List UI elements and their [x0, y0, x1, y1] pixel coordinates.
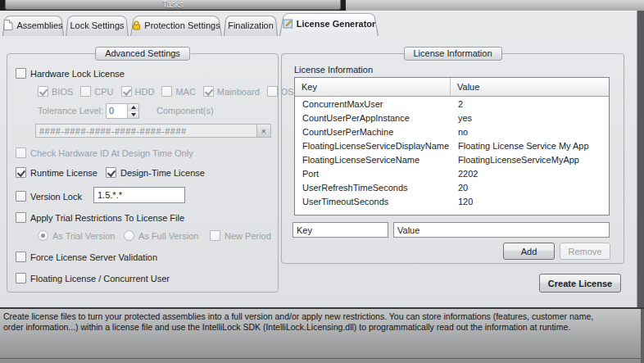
hardware-component-item: HDD [121, 86, 155, 97]
new-period-label: New Period [224, 231, 271, 241]
force-server-checkbox[interactable] [16, 252, 26, 262]
components-suffix-label: Component(s) [156, 106, 214, 116]
key-cell: UserRefreshTimeSeconds [295, 183, 451, 193]
tab-lock-settings[interactable]: Lock Settings [66, 14, 129, 36]
tasks-panel-header[interactable]: Tasks [5, 0, 341, 10]
value-cell: 20 [451, 183, 468, 193]
value-input[interactable] [393, 222, 610, 238]
license-information-table: Key Value ConcurrentMaxUser2CountUserPer… [294, 77, 610, 216]
hardware-component-item: BIOS [38, 86, 73, 97]
component-checkbox-os[interactable] [267, 86, 278, 97]
as-trial-version-row: As Trial Version [38, 230, 115, 241]
check-hw-design-time-label: Check Hardware ID At Design Time Only [30, 148, 193, 158]
key-input[interactable] [293, 222, 388, 238]
hardware-component-item: Mainboard [203, 86, 260, 97]
version-lock-label: Version Lock [30, 192, 82, 202]
check-hw-design-time-row: Check Hardware ID At Design Time Only [16, 147, 193, 158]
table-row[interactable]: FloatingLicenseServiceDisplayNameFloatin… [295, 138, 609, 152]
key-cell: FloatingLicenseServiceName [295, 155, 451, 165]
table-row[interactable]: Port2202 [295, 166, 609, 180]
hardware-component-item: CPU [80, 86, 113, 97]
component-checkbox-mac[interactable] [161, 86, 172, 97]
design-time-license-checkbox[interactable] [106, 167, 116, 178]
spin-up-button[interactable] [128, 104, 138, 111]
version-lock-input[interactable] [93, 187, 185, 203]
key-cell: FloatingLicenseServiceDisplayName [295, 141, 451, 151]
hardware-lock-license-checkbox[interactable] [16, 68, 26, 79]
table-row[interactable]: UserTimeoutSeconds120 [295, 194, 609, 208]
component-checkbox-bios[interactable] [38, 86, 48, 97]
value-cell: Floating License Service My App [451, 141, 589, 151]
design-time-license-row: Design-Time License [106, 167, 205, 178]
window-edge [637, 11, 644, 307]
hardware-component-item: MAC [161, 86, 195, 97]
floating-license-checkbox[interactable] [16, 273, 26, 284]
check-hw-design-time-checkbox[interactable] [16, 147, 26, 158]
tab-license-generator[interactable]: License Generator [279, 11, 379, 36]
column-header-key[interactable]: Key [295, 78, 451, 96]
runtime-license-row: Runtime License [16, 167, 98, 178]
add-button[interactable]: Add [503, 243, 555, 260]
tab-protection-settings[interactable]: Protection Settings [130, 14, 222, 36]
as-trial-version-label: As Trial Version [52, 231, 115, 241]
component-checkbox-hdd[interactable] [121, 86, 132, 97]
remove-button[interactable]: Remove [560, 243, 610, 260]
component-label: BIOS [52, 87, 73, 97]
pencil-icon [283, 18, 293, 29]
table-row[interactable]: ConcurrentMaxUser2 [295, 97, 609, 111]
license-generator-window: Tasks Assemblies Lock Settings Protectio… [0, 0, 644, 363]
tab-label: Protection Settings [144, 20, 220, 30]
advanced-settings-caption: Advanced Settings [95, 47, 190, 61]
component-checkbox-cpu[interactable] [80, 86, 91, 97]
key-cell: Port [295, 169, 451, 179]
tab-label: Lock Settings [70, 20, 124, 30]
table-row[interactable]: UserRefreshTimeSeconds20 [295, 180, 609, 194]
as-full-version-radio[interactable] [124, 230, 134, 241]
component-label: HDD [135, 87, 155, 97]
value-cell: yes [451, 113, 472, 123]
table-row[interactable]: CountUserPerAppInstanceyes [295, 111, 609, 125]
tolerance-level-label: Tolerance Level: [38, 106, 103, 116]
spin-down-button[interactable] [128, 111, 138, 119]
hardware-id-value[interactable]: ####-####-####-####-####-#### [36, 125, 256, 137]
table-row[interactable]: FloatingLicenseServiceNameFloatingLicens… [295, 152, 609, 166]
tolerance-level-value[interactable]: 0 [106, 103, 128, 119]
table-row[interactable]: CountUserPerMachineno [295, 125, 609, 138]
clear-icon[interactable]: × [256, 125, 270, 137]
version-lock-checkbox[interactable] [16, 191, 26, 202]
component-label: CPU [94, 87, 113, 97]
apply-trial-checkbox[interactable] [16, 212, 26, 223]
tab-finalization[interactable]: Finalization [224, 14, 278, 36]
component-label: MAC [175, 87, 195, 97]
tab-label: License Generator [297, 19, 376, 29]
table-header: Key Value [295, 78, 609, 97]
key-cell: CountUserPerMachine [295, 127, 451, 137]
apply-trial-row: Apply Trial Restrictions To License File [16, 212, 184, 223]
value-cell: 2202 [451, 169, 478, 179]
column-header-value[interactable]: Value [451, 78, 609, 96]
create-license-button[interactable]: Create License [539, 274, 621, 293]
advanced-settings-group: Advanced Settings Hardware Lock License … [7, 53, 279, 293]
description-line-2: order information...) within a license f… [3, 322, 641, 333]
value-cell: 120 [451, 197, 473, 206]
runtime-license-checkbox[interactable] [16, 167, 26, 178]
design-time-license-label: Design-Time License [120, 168, 205, 178]
tolerance-level-stepper: 0 [106, 103, 139, 119]
tab-assemblies[interactable]: Assemblies [2, 14, 64, 36]
page-icon [3, 20, 13, 30]
tab-label: Assemblies [16, 20, 62, 30]
tasks-label: Tasks [162, 0, 184, 9]
apply-trial-label: Apply Trial Restrictions To License File [30, 213, 184, 223]
force-server-row: Force License Server Validation [16, 252, 157, 262]
version-lock-row: Version Lock [16, 191, 82, 202]
as-trial-version-radio[interactable] [38, 230, 48, 241]
description-line-1: Create license files to turn your protec… [3, 311, 641, 322]
floating-license-row: Floating License / Concurrent User [16, 273, 170, 284]
new-period-checkbox[interactable] [210, 230, 220, 241]
component-checkbox-mainboard[interactable] [203, 86, 214, 97]
component-label: Mainboard [217, 87, 260, 97]
panel-edge [641, 309, 644, 363]
license-information-group: License Information License Information … [281, 53, 624, 264]
hardware-lock-license-row: Hardware Lock License [16, 68, 125, 79]
hardware-components-row: BIOSCPUHDDMACMainboardOS [38, 86, 294, 97]
